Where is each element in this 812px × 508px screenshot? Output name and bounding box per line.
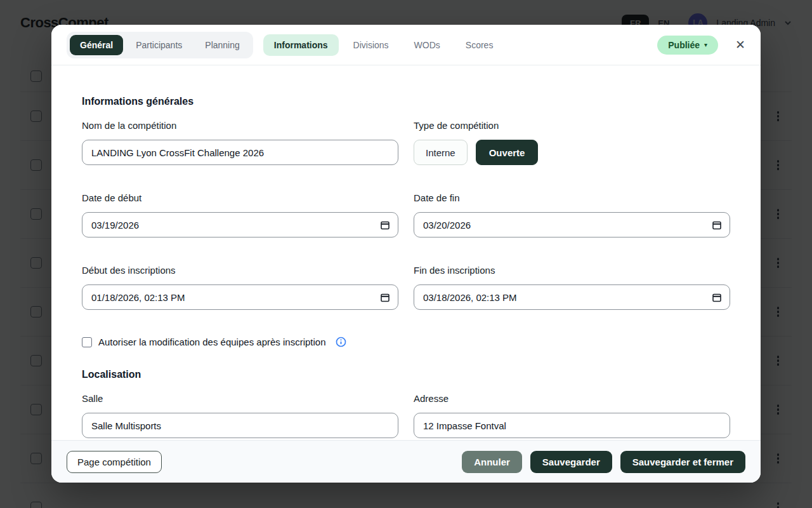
competition-type-field: Type de compétition Interne Ouverte	[414, 120, 730, 165]
address-field: Adresse	[414, 393, 730, 438]
save-button[interactable]: Sauvegarder	[530, 451, 612, 473]
venue-input[interactable]	[82, 413, 398, 438]
competition-name-label: Nom de la compétition	[82, 120, 398, 131]
modal-footer: Page compétition Annuler Sauvegarder Sau…	[51, 440, 761, 483]
allow-team-edit-label: Autoriser la modification des équipes ap…	[98, 337, 326, 347]
start-date-input[interactable]	[82, 212, 398, 237]
location-row: Salle Adresse	[82, 393, 730, 438]
tab-participants[interactable]: Participants	[126, 35, 192, 55]
competition-page-button[interactable]: Page compétition	[67, 451, 162, 473]
dates-row: Date de début Date de fin	[82, 192, 730, 237]
name-type-row: Nom de la compétition Type de compétitio…	[82, 120, 730, 165]
chevron-down-icon: ▾	[704, 41, 707, 48]
status-badge-label: Publiée	[668, 40, 700, 50]
competition-type-label: Type de compétition	[414, 120, 730, 131]
tab-divisions[interactable]: Divisions	[343, 34, 400, 56]
end-date-input[interactable]	[414, 212, 730, 237]
registration-dates-row: Début des inscriptions Fin des inscripti…	[82, 265, 730, 310]
competition-name-input[interactable]	[82, 140, 398, 165]
venue-field: Salle	[82, 393, 398, 438]
tab-wods[interactable]: WODs	[403, 34, 451, 56]
status-badge[interactable]: Publiée ▾	[657, 36, 718, 55]
tab-informations[interactable]: Informations	[263, 34, 339, 56]
section-title-general: Informations générales	[82, 96, 730, 107]
registration-end-label: Fin des inscriptions	[414, 265, 730, 276]
venue-label: Salle	[82, 393, 398, 404]
registration-end-input[interactable]	[414, 284, 730, 310]
address-label: Adresse	[414, 393, 730, 404]
allow-team-edit-row: Autoriser la modification des équipes ap…	[82, 337, 730, 347]
competition-name-field: Nom de la compétition	[82, 120, 398, 165]
sub-tab-group: Informations Divisions WODs Scores	[263, 34, 504, 56]
address-input[interactable]	[414, 413, 730, 438]
type-ouverte-button[interactable]: Ouverte	[476, 140, 539, 165]
tab-planning[interactable]: Planning	[195, 35, 250, 55]
registration-start-field: Début des inscriptions	[82, 265, 398, 310]
end-date-label: Date de fin	[414, 192, 730, 204]
start-date-field: Date de début	[82, 192, 398, 237]
info-icon[interactable]	[336, 337, 346, 347]
main-tab-group: Général Participants Planning	[67, 32, 253, 58]
end-date-field: Date de fin	[414, 192, 730, 237]
save-and-close-button[interactable]: Sauvegarder et fermer	[620, 451, 745, 473]
close-icon[interactable]: ✕	[735, 39, 745, 51]
tab-general[interactable]: Général	[70, 35, 123, 55]
registration-end-field: Fin des inscriptions	[414, 265, 730, 310]
section-title-location: Localisation	[82, 369, 730, 380]
footer-actions: Annuler Sauvegarder Sauvegarder et ferme…	[462, 451, 745, 473]
tab-scores[interactable]: Scores	[455, 34, 504, 56]
registration-start-input[interactable]	[82, 284, 398, 310]
type-interne-button[interactable]: Interne	[414, 140, 468, 165]
allow-team-edit-checkbox[interactable]	[82, 337, 92, 347]
start-date-label: Date de début	[82, 192, 398, 204]
modal-header: Général Participants Planning Informatio…	[51, 25, 761, 65]
competition-edit-modal: Général Participants Planning Informatio…	[51, 25, 761, 483]
cancel-button[interactable]: Annuler	[462, 451, 522, 473]
competition-type-options: Interne Ouverte	[414, 140, 730, 165]
registration-start-label: Début des inscriptions	[82, 265, 398, 276]
modal-body: Informations générales Nom de la compéti…	[51, 65, 761, 440]
